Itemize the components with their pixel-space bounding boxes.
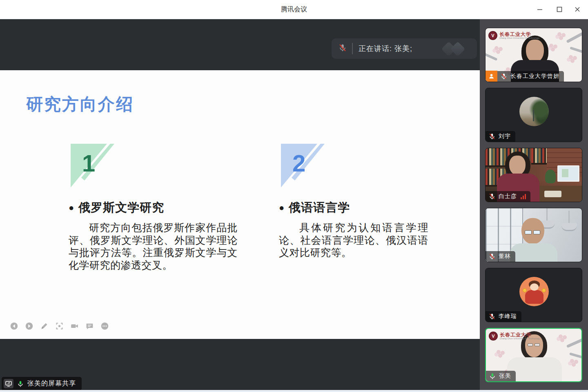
maximize-icon xyxy=(556,6,563,13)
name-badge: 刘宇 xyxy=(486,131,515,142)
more-icon[interactable] xyxy=(100,322,109,330)
participant-tile-donglin[interactable]: 董林 xyxy=(485,208,582,262)
participant-name: 董林 xyxy=(499,253,511,260)
previous-slide-icon[interactable] xyxy=(10,322,18,330)
section-heading-2: ● 俄语语言学 xyxy=(279,200,428,216)
mic-muted-icon xyxy=(488,313,496,320)
mic-muted-icon xyxy=(488,193,496,200)
university-logo: V 长春工业大学 Chang Chun University Of Techno… xyxy=(488,31,540,40)
participant-tile-lifengrui[interactable]: 李峰瑞 xyxy=(485,268,582,322)
section-body-1: 研究方向包括俄罗斯作家作品批评、俄罗斯文学理论、外国文学理论与批评方法等。注重俄… xyxy=(69,221,238,271)
glasses xyxy=(525,230,540,234)
mic-muted-icon xyxy=(338,43,347,54)
bullet-icon: ● xyxy=(279,203,285,212)
section-number-1: 1 xyxy=(82,149,95,177)
section-number-2: 2 xyxy=(292,149,305,177)
section-heading-1: ● 俄罗斯文学研究 xyxy=(69,200,238,216)
speaking-label: 正在讲话: 张美; xyxy=(359,44,412,53)
share-topbar: 正在讲话: 张美; xyxy=(0,19,480,70)
window-bottom-edge xyxy=(0,390,588,392)
member-badge-icon xyxy=(486,71,497,82)
section-body-2: 具体研究为认知语言学理论、社会语言学理论、俄汉语语义对比研究等。 xyxy=(279,221,428,259)
name-badge: 董林 xyxy=(486,251,515,262)
app-window: 腾讯会议 正在讲话: 张美; 研究方向介绍 xyxy=(0,0,588,392)
mic-muted-icon xyxy=(500,73,508,80)
participant-tile-zengyan[interactable]: V 长春工业大学 Chang Chun University Of Techno… xyxy=(485,28,582,82)
share-status-label: 张美的屏幕共享 xyxy=(27,379,76,388)
camera-icon[interactable] xyxy=(70,322,79,330)
university-seal-icon: V xyxy=(488,31,497,40)
divider xyxy=(352,43,353,54)
mic-active-icon xyxy=(17,380,24,388)
name-badge: 李峰瑞 xyxy=(486,311,521,322)
next-slide-icon[interactable] xyxy=(25,322,33,330)
close-icon xyxy=(574,6,581,13)
participant-name: 白士彦 xyxy=(499,193,517,200)
meeting-logo-watermark xyxy=(441,42,472,56)
avatar xyxy=(519,277,549,306)
participant-name: 李峰瑞 xyxy=(499,313,517,320)
spotlight-icon[interactable] xyxy=(55,322,64,330)
mic-muted-icon xyxy=(488,133,496,140)
mic-active-icon xyxy=(489,372,496,380)
minimize-icon xyxy=(537,6,543,13)
name-badge: 张美 xyxy=(486,371,516,381)
titlebar: 腾讯会议 xyxy=(0,0,588,19)
presenter-toolbar xyxy=(10,322,109,330)
minimize-button[interactable] xyxy=(533,3,546,16)
participant-name: 长春工业大学曾妍 xyxy=(510,73,559,80)
close-button[interactable] xyxy=(571,3,584,16)
glasses xyxy=(528,343,540,346)
mic-muted-icon xyxy=(488,253,496,260)
participant-name: 张美 xyxy=(499,372,511,380)
slide-section-1: 1 ● 俄罗斯文学研究 研究方向包括俄罗斯作家作品批评、俄罗斯文学理论、外国文学… xyxy=(69,144,238,271)
participants-panel: V 长春工业大学 Chang Chun University Of Techno… xyxy=(480,19,588,390)
slide-title: 研究方向介绍 xyxy=(26,93,134,116)
participant-tile-baishiyan[interactable]: 白士彦 xyxy=(485,148,582,202)
university-logo: V 长春工业大学 Chang Chun University Of Techno… xyxy=(489,332,540,341)
mouse-cursor xyxy=(177,250,183,258)
window-title: 腾讯会议 xyxy=(0,5,588,14)
participant-name: 刘宇 xyxy=(499,133,511,140)
slide-section-2: 2 ● 俄语语言学 具体研究为认知语言学理论、社会语言学理论、俄汉语语义对比研究… xyxy=(279,144,428,259)
avatar xyxy=(519,97,549,126)
annotate-pen-icon[interactable] xyxy=(40,322,49,330)
presentation-slide: 研究方向介绍 1 ● 俄罗斯文学研究 研究方向包括俄罗斯作家作品批评、俄罗斯文学… xyxy=(0,70,480,339)
maximize-button[interactable] xyxy=(553,3,566,16)
speaking-banner: 正在讲话: 张美; xyxy=(332,38,477,59)
flag-shape-1: 1 xyxy=(71,144,114,191)
screen-share-status: 张美的屏幕共享 xyxy=(2,377,82,390)
chat-icon[interactable] xyxy=(85,322,94,330)
participant-tile-liuyu[interactable]: 刘宇 xyxy=(485,88,582,142)
screen-share-icon xyxy=(4,379,13,388)
name-badge: 长春工业大学曾妍 xyxy=(497,71,564,82)
name-badge: 白士彦 xyxy=(486,191,530,202)
university-seal-icon: V xyxy=(489,332,498,341)
participant-tile-zhangmei-speaking[interactable]: V 长春工业大学 Chang Chun University Of Techno… xyxy=(485,328,582,382)
flag-shape-2: 2 xyxy=(281,144,325,191)
network-signal-icon xyxy=(521,194,526,199)
bullet-icon: ● xyxy=(69,203,74,212)
shared-screen-area: 正在讲话: 张美; 研究方向介绍 1 ● 俄罗斯文学研究 xyxy=(0,19,480,390)
